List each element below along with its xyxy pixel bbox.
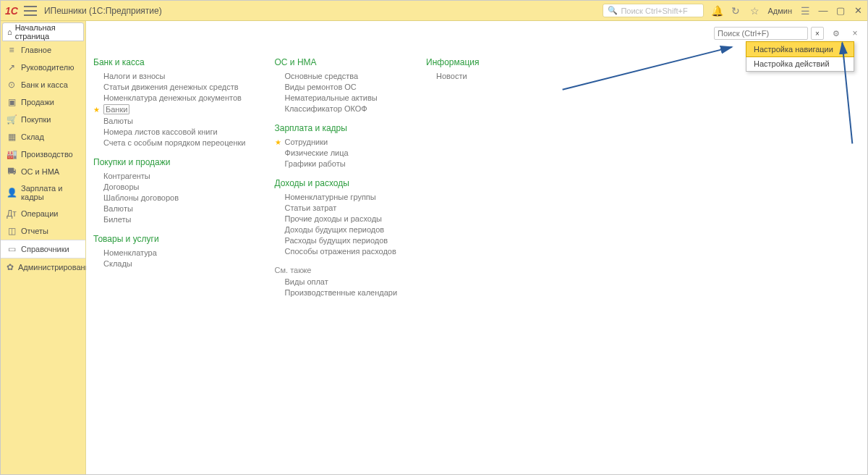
sidebar-item-9[interactable]: ДтОперации	[1, 205, 85, 222]
sidebar-icon: ≡	[7, 45, 17, 55]
sidebar-item-3[interactable]: ▣Продажи	[1, 93, 85, 111]
link-item[interactable]: Производственные календари	[285, 288, 398, 297]
sidebar-icon: 🏭	[7, 149, 17, 159]
link-item[interactable]: Расходы будущих периодов	[285, 236, 398, 245]
sidebar-item-11[interactable]: ▭Справочники	[1, 240, 85, 258]
sidebar-item-8[interactable]: 👤Зарплата и кадры	[1, 180, 85, 205]
link-item[interactable]: Статьи затрат	[285, 203, 398, 212]
global-search[interactable]: 🔍 Поиск Ctrl+Shift+F	[603, 4, 704, 17]
panel-search-input[interactable]	[714, 27, 808, 40]
sidebar-icon: ⊙	[7, 80, 17, 90]
group-title[interactable]: Покупки и продажи	[93, 157, 246, 167]
link-text: Банки	[103, 104, 129, 114]
dropdown-item-0[interactable]: Настройка навигации	[746, 41, 854, 57]
link-item[interactable]: Виды оплат	[285, 277, 398, 286]
link-item[interactable]: Банки	[103, 104, 246, 114]
link-item[interactable]: Номенклатурные группы	[285, 193, 398, 201]
panel-search-clear[interactable]: ×	[811, 27, 824, 40]
link-item[interactable]: Шаблоны договоров	[103, 193, 246, 202]
sidebar-item-6[interactable]: 🏭Производство	[1, 146, 85, 163]
group-title[interactable]: Товары и услуги	[93, 234, 246, 244]
sidebar-item-label: Покупки	[21, 115, 51, 124]
sidebar-item-1[interactable]: ↗Руководителю	[1, 59, 85, 76]
group-title[interactable]: Банк и касса	[93, 57, 246, 67]
panel-close-icon[interactable]: ×	[850, 28, 860, 38]
sidebar-icon: ▣	[7, 97, 17, 107]
sidebar-icon: 👤	[7, 188, 17, 198]
link-item[interactable]: Сотрудники	[285, 138, 398, 146]
link-item[interactable]: Доходы будущих периодов	[285, 225, 398, 234]
link-item[interactable]: Прочие доходы и расходы	[285, 214, 398, 223]
link-item[interactable]: Билеты	[103, 215, 246, 224]
app-logo: 1C	[5, 5, 18, 17]
link-item[interactable]: Контрагенты	[103, 172, 246, 180]
link-item[interactable]: Статьи движения денежных средств	[103, 83, 246, 91]
sidebar-icon: ▦	[7, 132, 17, 142]
sidebar-item-label: Главное	[21, 46, 51, 54]
link-item[interactable]: Классификатор ОКОФ	[285, 104, 398, 113]
group-title[interactable]: Доходы и расходы	[275, 178, 398, 188]
sidebar-item-label: Производство	[21, 150, 73, 159]
link-item[interactable]: Валюты	[103, 204, 246, 213]
history-icon[interactable]: ↻	[730, 5, 741, 17]
content: × ⚙ × Настройка навигацииНастройка дейст…	[86, 21, 867, 474]
search-icon: 🔍	[608, 6, 618, 15]
sidebar-item-5[interactable]: ▦Склад	[1, 128, 85, 146]
bell-icon[interactable]: 🔔	[711, 5, 723, 17]
sidebar-item-10[interactable]: ◫Отчеты	[1, 222, 85, 240]
sidebar-icon: ◫	[7, 226, 17, 236]
sidebar-item-7[interactable]: ⛟ОС и НМА	[1, 163, 85, 180]
star-icon[interactable]: ☆	[749, 5, 760, 17]
sidebar-icon: 🛒	[7, 114, 17, 125]
home-icon: ⌂	[7, 28, 12, 36]
sidebar-item-label: Банк и касса	[21, 80, 68, 89]
home-tab[interactable]: ⌂ Начальная страница	[2, 22, 84, 41]
dropdown-item-1[interactable]: Настройка действий	[746, 56, 854, 71]
group-title[interactable]: Зарплата и кадры	[275, 123, 398, 133]
link-item[interactable]: Физические лица	[285, 148, 398, 157]
link-item[interactable]: Налоги и взносы	[103, 72, 246, 80]
minimize-button[interactable]: —	[818, 6, 828, 16]
close-button[interactable]: ✕	[853, 6, 863, 16]
sidebar-icon: ↗	[7, 62, 17, 72]
sidebar-item-label: Склад	[21, 133, 44, 141]
sidebar-item-0[interactable]: ≡Главное	[1, 41, 85, 59]
sidebar-item-label: Отчеты	[21, 227, 48, 235]
nav-list: ≡Главное↗Руководителю⊙Банк и касса▣Прода…	[1, 41, 85, 276]
group-title[interactable]: Информация	[426, 57, 542, 67]
link-item[interactable]: Виды ремонтов ОС	[285, 83, 398, 91]
link-item[interactable]: Номера листов кассовой книги	[103, 127, 246, 136]
sidebar-item-4[interactable]: 🛒Покупки	[1, 111, 85, 128]
column-1: ОС и НМАОсновные средстваВиды ремонтов О…	[275, 57, 398, 299]
restore-button[interactable]: ▢	[835, 6, 846, 16]
link-item[interactable]: Способы отражения расходов	[285, 247, 398, 256]
sidebar-icon: ✿	[7, 262, 14, 272]
sidebar-item-label: Продажи	[21, 98, 54, 106]
link-item[interactable]: Договоры	[103, 182, 246, 191]
sidebar-item-12[interactable]: ✿Администрирование	[1, 258, 85, 276]
link-item[interactable]: Нематериальные активы	[285, 93, 398, 102]
sidebar-icon: Дт	[7, 209, 17, 219]
menu-icon[interactable]	[24, 6, 37, 16]
column-2: ИнформацияНовости	[426, 57, 542, 299]
sidebar-icon: ⛟	[7, 167, 17, 177]
sidebar-item-label: Справочники	[21, 245, 69, 253]
link-item[interactable]: Валюты	[103, 117, 246, 125]
link-item[interactable]: Склады	[103, 259, 246, 268]
user-label[interactable]: Админ	[767, 7, 792, 15]
link-item[interactable]: Номенклатура денежных документов	[103, 93, 246, 102]
link-item[interactable]: Графики работы	[285, 159, 398, 168]
link-item[interactable]: Основные средства	[285, 72, 398, 80]
sidebar-item-2[interactable]: ⊙Банк и касса	[1, 76, 85, 93]
user-menu-icon[interactable]: ☰	[799, 5, 811, 17]
titlebar: 1C ИПешники (1С:Предприятие) 🔍 Поиск Ctr…	[1, 1, 867, 21]
panel-settings-icon[interactable]: ⚙	[830, 27, 843, 40]
group-title[interactable]: ОС и НМА	[275, 57, 398, 67]
see-also-label: См. также	[275, 266, 398, 274]
link-item[interactable]: Новости	[436, 72, 542, 80]
link-item[interactable]: Счета с особым порядком переоценки	[103, 138, 246, 147]
home-tab-label: Начальная страница	[15, 23, 79, 41]
panel-controls: × ⚙ ×	[714, 27, 860, 40]
titlebar-right: 🔍 Поиск Ctrl+Shift+F 🔔 ↻ ☆ Админ ☰ — ▢ ✕	[603, 4, 863, 17]
link-item[interactable]: Номенклатура	[103, 248, 246, 257]
